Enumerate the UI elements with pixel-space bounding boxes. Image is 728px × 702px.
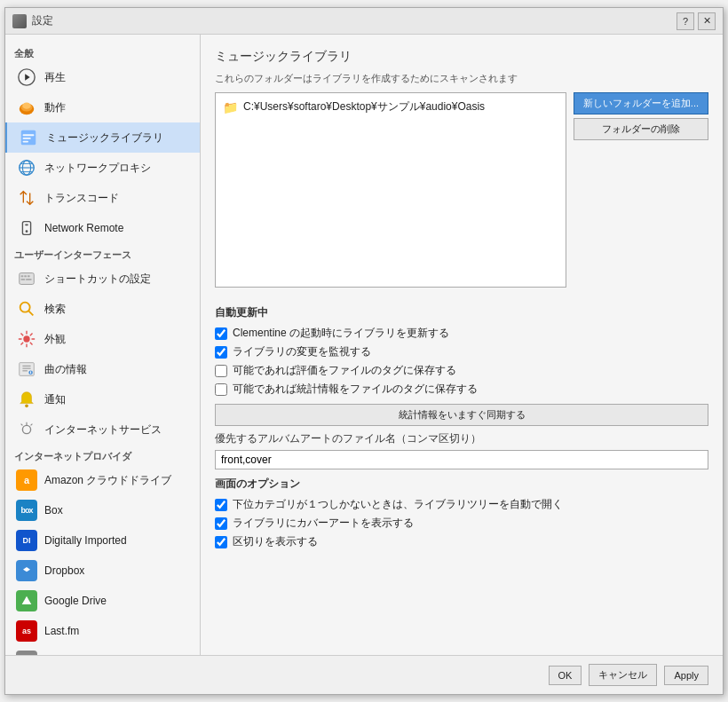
sidebar-music-label: ミュージックライブラリ	[46, 130, 163, 146]
notify-icon	[16, 389, 37, 410]
sidebar-item-shortcut[interactable]: ショートカットの設定	[5, 264, 200, 294]
close-button[interactable]: ✕	[698, 12, 716, 30]
amazon-icon: a	[16, 469, 37, 491]
sidebar-di-label: Digitally Imported	[44, 534, 127, 547]
sidebar-shortcut-label: ショートカットの設定	[44, 272, 151, 287]
checkbox-1[interactable]	[215, 327, 227, 340]
sidebar-item-lastfm[interactable]: as Last.fm	[5, 616, 200, 646]
folder-section: 📁 C:¥Users¥softaro¥Desktop¥サンプル¥audio¥Oa…	[215, 92, 708, 288]
checkbox-row-6[interactable]: ライブラリにカバーアートを表示する	[215, 514, 708, 532]
titlebar: 設定 ? ✕	[5, 8, 723, 35]
sidebar-amazon-label: Amazon クラウドドライブ	[44, 473, 171, 488]
appearance-icon	[16, 328, 37, 350]
sidebar-action-label: 動作	[44, 100, 66, 115]
svg-point-16	[26, 230, 28, 233]
internet-icon	[16, 419, 37, 440]
titlebar-controls: ? ✕	[677, 12, 716, 30]
sidebar-item-dropbox[interactable]: Dropbox	[5, 556, 200, 586]
folder-icon: 📁	[223, 100, 238, 114]
svg-line-24	[28, 311, 33, 315]
sidebar-notify-label: 通知	[44, 392, 66, 407]
ui-section-label: ユーザーインターフェース	[5, 243, 200, 264]
checkbox-6[interactable]	[215, 517, 227, 530]
app-icon	[12, 14, 27, 28]
shortcut-icon	[16, 268, 37, 289]
add-folder-button[interactable]: 新しいフォルダーを追加...	[574, 92, 708, 114]
svg-point-33	[22, 425, 30, 433]
album-art-label: 優先するアルバムアートのファイル名（コンマ区切り）	[215, 431, 708, 446]
remove-folder-button[interactable]: フォルダーの削除	[574, 118, 708, 140]
sidebar-lastfm-label: Last.fm	[44, 625, 79, 637]
apply-button[interactable]: Apply	[664, 666, 708, 685]
sidebar-item-network[interactable]: ネットワークプロキシ	[5, 153, 200, 183]
svg-rect-7	[23, 138, 31, 139]
svg-rect-14	[22, 222, 30, 235]
checkbox-3-label: 可能であれば評価をファイルのタグに保存する	[233, 363, 456, 378]
folder-list: 📁 C:¥Users¥softaro¥Desktop¥サンプル¥audio¥Oa…	[215, 92, 566, 288]
remote-icon	[16, 217, 37, 239]
sidebar-item-music[interactable]: ミュージックライブラリ	[5, 122, 200, 153]
svg-rect-19	[24, 275, 27, 277]
sidebar-item-di[interactable]: DI Digitally Imported	[5, 525, 200, 556]
sync-button[interactable]: 統計情報をいますぐ同期する	[215, 404, 708, 426]
bottom-bar: OK キャンセル Apply	[5, 655, 723, 694]
sidebar-appearance-label: 外観	[44, 332, 66, 347]
sidebar-item-amazon[interactable]: a Amazon クラウドドライブ	[5, 465, 200, 495]
lastfm-icon: as	[16, 620, 37, 642]
box-icon: box	[16, 500, 37, 521]
network-icon	[16, 157, 37, 178]
transcode-icon	[16, 187, 37, 209]
checkbox-6-label: ライブラリにカバーアートを表示する	[233, 516, 414, 531]
main-content: 全般 再生	[5, 35, 723, 655]
sidebar-item-box[interactable]: box Box	[5, 495, 200, 525]
di-icon: DI	[16, 530, 37, 551]
help-button[interactable]: ?	[677, 12, 694, 30]
folder-actions: 新しいフォルダーを追加... フォルダーの削除	[574, 92, 708, 288]
sidebar-box-label: Box	[44, 504, 63, 517]
checkbox-row-2[interactable]: ライブラリの変更を監視する	[215, 343, 708, 361]
sidebar-remote-label: Network Remote	[44, 222, 123, 234]
sidebar-item-magnatune[interactable]: Magnatune	[5, 646, 200, 655]
svg-rect-8	[23, 141, 28, 143]
sidebar-item-play[interactable]: 再生	[5, 62, 200, 92]
play-icon	[16, 67, 37, 88]
checkbox-3[interactable]	[215, 365, 227, 377]
checkbox-row-5[interactable]: 下位カテゴリが１つしかないときは、ライブラリツリーを自動で開く	[215, 495, 708, 514]
cancel-button[interactable]: キャンセル	[589, 664, 657, 686]
auto-update-label: 自動更新中	[215, 305, 708, 320]
sidebar-search-label: 検索	[44, 302, 66, 317]
sidebar-item-internet[interactable]: インターネットサービス	[5, 414, 200, 445]
sidebar-item-transcode[interactable]: トランスコード	[5, 183, 200, 213]
main-panel: ミュージックライブラリ これらのフォルダーはライブラリを作成するためにスキャンさ…	[201, 35, 723, 655]
sidebar-dropbox-label: Dropbox	[44, 564, 84, 577]
sidebar: 全般 再生	[5, 35, 201, 655]
ok-button[interactable]: OK	[549, 666, 582, 685]
checkbox-row-3[interactable]: 可能であれば評価をファイルのタグに保存する	[215, 361, 708, 380]
sidebar-item-remote[interactable]: Network Remote	[5, 213, 200, 243]
checkbox-4-label: 可能であれば統計情報をファイルのタグに保存する	[233, 382, 478, 397]
checkbox-row-4[interactable]: 可能であれば統計情報をファイルのタグに保存する	[215, 380, 708, 398]
checkbox-7[interactable]	[215, 536, 227, 548]
dropbox-icon	[16, 560, 37, 581]
screen-options-label: 画面のオプション	[215, 477, 708, 492]
window-title: 設定	[32, 13, 53, 28]
folder-item[interactable]: 📁 C:¥Users¥softaro¥Desktop¥サンプル¥audio¥Oa…	[219, 97, 562, 117]
sidebar-internet-label: インターネットサービス	[44, 422, 162, 438]
titlebar-left: 設定	[12, 13, 53, 28]
checkbox-2[interactable]	[215, 346, 227, 359]
checkbox-4[interactable]	[215, 383, 227, 396]
checkbox-row-1[interactable]: Clementine の起動時にライブラリを更新する	[215, 324, 708, 343]
sidebar-item-appearance[interactable]: 外観	[5, 324, 200, 354]
album-art-input[interactable]	[215, 450, 708, 469]
svg-point-32	[25, 405, 28, 408]
sidebar-item-gdrive[interactable]: Google Drive	[5, 586, 200, 616]
sidebar-item-search[interactable]: 検索	[5, 294, 200, 324]
sidebar-item-action[interactable]: 動作	[5, 92, 200, 122]
sidebar-item-notify[interactable]: 通知	[5, 384, 200, 414]
sidebar-item-songinfo[interactable]: 曲の情報	[5, 354, 200, 384]
checkbox-1-label: Clementine の起動時にライブラリを更新する	[233, 326, 449, 341]
checkbox-row-7[interactable]: 区切りを表示する	[215, 532, 708, 551]
checkbox-5[interactable]	[215, 499, 227, 511]
checkbox-5-label: 下位カテゴリが１つしかないときは、ライブラリツリーを自動で開く	[233, 497, 563, 512]
svg-rect-22	[26, 279, 31, 280]
